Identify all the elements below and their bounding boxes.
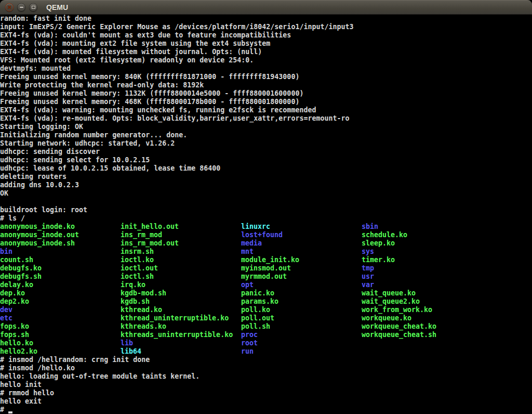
terminal-line: Freeing unused kernel memory: 1132K (fff… bbox=[0, 89, 532, 98]
window-title: QEMU bbox=[46, 3, 68, 11]
terminal-line: # ls / bbox=[0, 214, 532, 223]
window-titlebar[interactable]: QEMU bbox=[0, 0, 532, 15]
ls-entry: etc bbox=[0, 314, 121, 322]
ls-entry: kgdb-mod.sh bbox=[121, 289, 241, 297]
ls-entry: ioctl.out bbox=[121, 264, 241, 273]
ls-entry: media bbox=[241, 239, 362, 248]
ls-entry: insrm.sh bbox=[121, 248, 241, 256]
terminal-line: deleting routers bbox=[0, 173, 532, 181]
terminal-line: buildroot login: root bbox=[0, 206, 532, 214]
terminal-line: EXT4-fs (vda): couldn't mount as ext3 du… bbox=[0, 31, 532, 40]
ls-entry: anonymous_inode.sh bbox=[0, 239, 121, 248]
ls-output: anonymous_inode.koanonymous_inode.outano… bbox=[0, 223, 532, 356]
terminal-line: EXT4-fs (vda): mounting ext2 file system… bbox=[0, 40, 532, 48]
ls-entry: debugfs.sh bbox=[0, 273, 121, 281]
terminal-line: EXT4-fs (vda): warning: mounting uncheck… bbox=[0, 106, 532, 114]
minimize-icon bbox=[20, 7, 23, 8]
ls-entry: hello2.ko bbox=[0, 347, 121, 356]
terminal-line: random: fast init done bbox=[0, 15, 532, 23]
terminal-line: Write protecting the kernel read-only da… bbox=[0, 81, 532, 89]
command-log: # insmod /hellrandom: crng init done# in… bbox=[0, 356, 532, 406]
terminal-line: OK bbox=[0, 189, 532, 198]
terminal-line: udhcpc: sending discover bbox=[0, 148, 532, 156]
ls-entry: run bbox=[241, 347, 362, 356]
ls-entry: lib bbox=[121, 339, 241, 347]
ls-column: init_hello.outins_rm_modins_rm_mod.outin… bbox=[121, 223, 241, 356]
ls-entry: timer.ko bbox=[362, 256, 482, 264]
terminal-line: Freeing unused kernel memory: 840K (ffff… bbox=[0, 73, 532, 81]
terminal-line: adding dns 10.0.2.3 bbox=[0, 181, 532, 189]
ls-entry: kthreads.ko bbox=[121, 322, 241, 331]
ls-entry: kgdb.sh bbox=[121, 297, 241, 306]
terminal-line: hello exit bbox=[0, 397, 532, 406]
shell-prompt: # bbox=[0, 406, 8, 413]
ls-entry: anonymous_inode.out bbox=[0, 231, 121, 239]
ls-column: sbinschedule.kosleep.kosystimer.kotmpusr… bbox=[362, 223, 482, 339]
ls-entry: poll.ko bbox=[241, 306, 362, 314]
ls-entry: params.ko bbox=[241, 297, 362, 306]
maximize-button[interactable] bbox=[29, 3, 37, 11]
ls-column: anonymous_inode.koanonymous_inode.outano… bbox=[0, 223, 121, 356]
ls-entry: bin bbox=[0, 248, 121, 256]
terminal-line: Starting network: udhcpc: started, v1.26… bbox=[0, 139, 532, 148]
ls-entry: root bbox=[241, 339, 362, 347]
ls-entry: ins_rm_mod.out bbox=[121, 239, 241, 248]
terminal-line bbox=[0, 198, 532, 206]
terminal-line: udhcpc: lease of 10.0.2.15 obtained, lea… bbox=[0, 164, 532, 173]
ls-entry: sys bbox=[362, 248, 482, 256]
maximize-icon bbox=[32, 6, 35, 9]
terminal-line: EXT4-fs (vda): re-mounted. Opts: block_v… bbox=[0, 114, 532, 123]
terminal-line: # insmod /hellrandom: crng init done bbox=[0, 356, 532, 364]
terminal-line: Starting logging: OK bbox=[0, 123, 532, 131]
ls-entry: hello.ko bbox=[0, 339, 121, 347]
ls-entry: fops.sh bbox=[0, 331, 121, 339]
ls-entry: wait_queue2.ko bbox=[362, 297, 482, 306]
terminal-line: udhcpc: sending select for 10.0.2.15 bbox=[0, 156, 532, 164]
terminal-line: Freeing unused kernel memory: 468K (ffff… bbox=[0, 98, 532, 106]
ls-entry: poll.out bbox=[241, 314, 362, 322]
ls-entry: wait_queue.ko bbox=[362, 289, 482, 297]
ls-entry: work_from_work.ko bbox=[362, 306, 482, 314]
ls-entry: ioctl.ko bbox=[121, 256, 241, 264]
text-cursor bbox=[8, 411, 12, 413]
ls-entry: workqueue_cheat.ko bbox=[362, 322, 482, 331]
terminal-line: hello: loading out-of-tree module taints… bbox=[0, 372, 532, 381]
ls-entry: tmp bbox=[362, 264, 482, 273]
boot-log: random: fast init doneinput: ImExPS/2 Ge… bbox=[0, 15, 532, 223]
ls-column: linuxrclost+foundmediamntmodule_init.kom… bbox=[241, 223, 362, 356]
terminal-line: # rmmod hello bbox=[0, 389, 532, 397]
terminal-line: Initializing random number generator... … bbox=[0, 131, 532, 139]
prompt-line: # bbox=[0, 406, 532, 414]
ls-entry: ioctl.sh bbox=[121, 273, 241, 281]
minimize-button[interactable] bbox=[17, 3, 25, 11]
close-button[interactable] bbox=[5, 3, 14, 11]
ls-entry: module_init.ko bbox=[241, 256, 362, 264]
ls-entry: dev bbox=[0, 306, 121, 314]
terminal-line: # insmod /hello.ko bbox=[0, 364, 532, 372]
terminal-line: VFS: Mounted root (ext2 filesystem) read… bbox=[0, 56, 532, 64]
terminal-line: hello init bbox=[0, 381, 532, 389]
ls-entry: irq.ko bbox=[121, 281, 241, 289]
ls-entry: var bbox=[362, 281, 482, 289]
ls-entry: schedule.ko bbox=[362, 231, 482, 239]
ls-entry: panic.ko bbox=[241, 289, 362, 297]
ls-entry: lib64 bbox=[121, 347, 241, 356]
terminal-line: EXT4-fs (vda): mounted filesystem withou… bbox=[0, 48, 532, 56]
ls-entry: dep.ko bbox=[0, 289, 121, 297]
ls-entry: myinsmod.out bbox=[241, 264, 362, 273]
ls-entry: lost+found bbox=[241, 231, 362, 239]
ls-entry: opt bbox=[241, 281, 362, 289]
ls-entry: debugfs.ko bbox=[0, 264, 121, 273]
ls-entry: workqueue_cheat.sh bbox=[362, 331, 482, 339]
ls-entry: proc bbox=[241, 331, 362, 339]
ls-entry: count.sh bbox=[0, 256, 121, 264]
close-icon bbox=[7, 5, 11, 9]
ls-entry: workqueue.ko bbox=[362, 314, 482, 322]
ls-entry: ins_rm_mod bbox=[121, 231, 241, 239]
ls-entry: mnt bbox=[241, 248, 362, 256]
ls-entry: myrmmod.out bbox=[241, 273, 362, 281]
terminal-line: devtmpfs: mounted bbox=[0, 64, 532, 73]
terminal-screen[interactable]: random: fast init doneinput: ImExPS/2 Ge… bbox=[0, 15, 532, 414]
ls-entry: init_hello.out bbox=[121, 223, 241, 231]
ls-entry: linuxrc bbox=[241, 223, 362, 231]
